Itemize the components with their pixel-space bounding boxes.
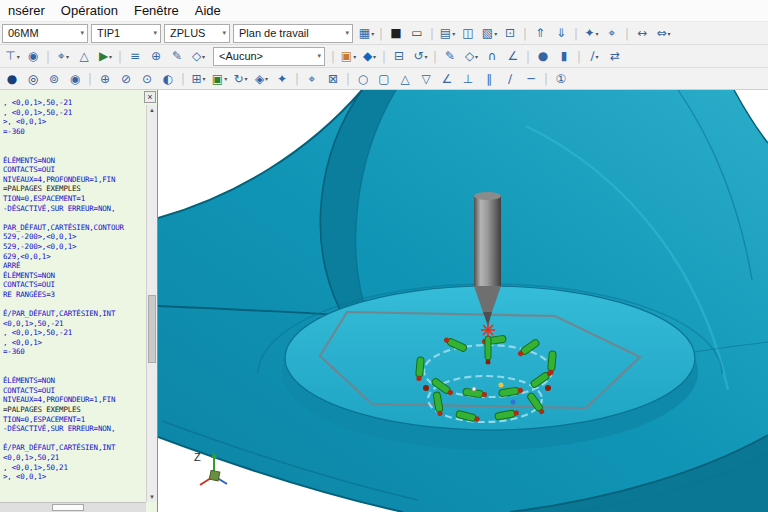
scrollbar-thumb[interactable] xyxy=(52,504,84,511)
cone-feature-icon[interactable]: △ xyxy=(395,69,416,89)
code-line[interactable] xyxy=(3,146,144,156)
gdt-icon[interactable]: ◇▾ xyxy=(461,46,482,66)
circle-feature-icon[interactable]: ○ xyxy=(353,69,374,89)
point-display-icon[interactable]: ● xyxy=(533,46,554,66)
code-line[interactable]: =PALPAGES EXEMPLES xyxy=(3,184,144,194)
code-line[interactable]: 529,-200>,<0,0,1> xyxy=(3,242,144,252)
probe-hits-icon[interactable]: ◉ xyxy=(65,69,86,89)
orbit-icon[interactable]: ⊚ xyxy=(44,69,65,89)
execute-icon[interactable]: ▶▾ xyxy=(95,46,116,66)
code-line[interactable] xyxy=(3,299,144,309)
code-line[interactable]: RE RANGÉES=3 xyxy=(3,290,144,300)
scroll-up-icon[interactable]: ▲ xyxy=(147,105,157,115)
pan-horizontal-icon[interactable]: ↔ xyxy=(632,23,653,43)
solid-display-icon[interactable]: ▣▾ xyxy=(209,69,230,89)
code-line[interactable]: , <0,0,1>,50,-21 xyxy=(3,98,144,108)
tip-combo[interactable]: TIP1 ▾ xyxy=(91,24,161,43)
locate-point-icon[interactable]: ⌖ xyxy=(302,69,323,89)
fit-window-icon[interactable]: ⇔▾ xyxy=(653,23,674,43)
code-line[interactable] xyxy=(3,357,144,367)
gem-view-icon[interactable]: ◈▾ xyxy=(251,69,272,89)
menu-help[interactable]: Aide xyxy=(187,1,229,20)
code-line[interactable]: CONTACTS=OUI xyxy=(3,165,144,175)
insert-feature-icon[interactable]: ⊕ xyxy=(146,46,167,66)
code-line[interactable]: , <0,0,1>,50,-21 xyxy=(3,108,144,118)
disable-icon[interactable]: ⊘ xyxy=(116,69,137,89)
minimize-graph-icon[interactable]: ⊟ xyxy=(389,46,410,66)
split-view-icon[interactable]: ◫ xyxy=(458,23,479,43)
code-line[interactable]: CONTACTS=OUI xyxy=(3,280,144,290)
globe-icon[interactable]: ◎ xyxy=(23,69,44,89)
distance-icon[interactable]: ─ xyxy=(521,69,542,89)
code-line[interactable] xyxy=(3,213,144,223)
code-line[interactable]: >, <0,0,1> xyxy=(3,117,144,127)
arc-mode-icon[interactable]: ∩ xyxy=(482,46,503,66)
rotate-3d-icon[interactable]: ↻▾ xyxy=(230,69,251,89)
translate-down-icon[interactable]: ⇓ xyxy=(551,23,572,43)
measure-mode-icon[interactable]: ⌖▾ xyxy=(53,46,74,66)
code-line[interactable]: ÉLÉMENTS=NON xyxy=(3,156,144,166)
program-lines-icon[interactable]: ≡ xyxy=(125,46,146,66)
code-line[interactable]: , <0,0,1> xyxy=(3,338,144,348)
graphics-view[interactable]: Z xyxy=(158,90,768,512)
perpendicularity-icon[interactable]: ⊥ xyxy=(458,69,479,89)
code-line[interactable]: CONTACTS=OUI xyxy=(3,386,144,396)
layers-icon[interactable]: ▧▾ xyxy=(479,23,500,43)
code-line[interactable]: -DÉSACTIVÉ,SUR ERREUR=NON, xyxy=(3,204,144,214)
probe-target-icon[interactable]: ⌖ xyxy=(602,23,623,43)
line-display-icon[interactable]: ∕▾ xyxy=(584,46,605,66)
workplane-combo[interactable]: Plan de travail ▾ xyxy=(233,24,353,43)
code-line[interactable]: -DÉSACTIVÉ,SUR ERREUR=NON, xyxy=(3,424,144,434)
origin-icon[interactable]: ⊙ xyxy=(137,69,158,89)
clip-plane-icon[interactable]: ⊠ xyxy=(323,69,344,89)
code-line[interactable]: É/PAR_DÉFAUT,CARTÉSIEN,INT xyxy=(3,443,144,453)
grid-snap-icon[interactable]: ⊞▾ xyxy=(188,69,209,89)
rotate-view-icon[interactable]: ↺▾ xyxy=(410,46,431,66)
wireframe-mode-icon[interactable]: ▭ xyxy=(407,23,428,43)
code-line[interactable] xyxy=(3,136,144,146)
feature-combo[interactable]: <Aucun> ▾ xyxy=(213,47,325,66)
plane-feature-icon[interactable]: ▢ xyxy=(374,69,395,89)
code-line[interactable]: NIVEAUX=4,PROFONDEUR=1,FIN xyxy=(3,395,144,405)
shade-icon[interactable]: ◐ xyxy=(158,69,179,89)
code-line[interactable]: 529,-200>,<0,0,1> xyxy=(3,232,144,242)
code-line[interactable] xyxy=(3,367,144,377)
view-layout-icon[interactable]: ▤▾ xyxy=(437,23,458,43)
code-line[interactable]: =-360 xyxy=(3,347,144,357)
construct-icon[interactable]: ◇▾ xyxy=(188,46,209,66)
workplane-grid-icon[interactable]: ▦▾ xyxy=(356,23,377,43)
code-line[interactable]: =PALPAGES EXEMPLES xyxy=(3,405,144,415)
angle-mode-icon[interactable]: ∠ xyxy=(503,46,524,66)
menu-window[interactable]: Fenêtre xyxy=(126,1,187,20)
cad-model[interactable] xyxy=(158,90,768,512)
code-line[interactable]: ARRÉ xyxy=(3,261,144,271)
code-line[interactable]: <0,0,1>,50,21 xyxy=(3,453,144,463)
menu-insert[interactable]: nsérer xyxy=(0,1,53,20)
annotate-icon[interactable]: ✎ xyxy=(440,46,461,66)
code-line[interactable]: =-360 xyxy=(3,127,144,137)
menu-operation[interactable]: Opération xyxy=(53,1,126,20)
code-line[interactable]: , <0,0,1>,50,21 xyxy=(3,463,144,473)
add-feature-icon[interactable]: ⊕ xyxy=(95,69,116,89)
code-line[interactable]: , <0,0,1>,50,-21 xyxy=(3,328,144,338)
report-one-icon[interactable]: ① xyxy=(551,69,572,89)
code-line[interactable]: 629,<0,0,1> xyxy=(3,252,144,262)
parallelism-icon[interactable]: ∥ xyxy=(479,69,500,89)
code-line[interactable]: PAR_DÉFAUT,CARTÉSIEN,CONTOUR xyxy=(3,223,144,233)
editor-vertical-scrollbar[interactable]: ▲ ▼ xyxy=(146,105,157,502)
code-line[interactable]: ÉLÉMENTS=NON xyxy=(3,376,144,386)
code-line[interactable]: NIVEAUX=4,PROFONDEUR=1,FIN xyxy=(3,175,144,185)
translate-up-icon[interactable]: ⇑ xyxy=(530,23,551,43)
editor-horizontal-scrollbar[interactable] xyxy=(0,502,146,512)
view-cube-icon[interactable]: ◆▾ xyxy=(359,46,380,66)
zoom-box-icon[interactable]: ⊡ xyxy=(500,23,521,43)
code-line[interactable]: TION=0,ESPACEMENT=1 xyxy=(3,194,144,204)
scroll-down-icon[interactable]: ▼ xyxy=(147,492,157,502)
edit-mode-icon[interactable]: ✎ xyxy=(167,46,188,66)
highlight-icon[interactable]: ✦ xyxy=(272,69,293,89)
code-line[interactable]: ÉLÉMENTS=NON xyxy=(3,271,144,281)
code-line[interactable]: É/PAR_DÉFAUT,CARTÉSIEN,INT xyxy=(3,309,144,319)
close-icon[interactable]: × xyxy=(144,91,156,103)
code-line[interactable]: >, <0,0,1> xyxy=(3,472,144,482)
scrollbar-thumb[interactable] xyxy=(148,295,156,363)
